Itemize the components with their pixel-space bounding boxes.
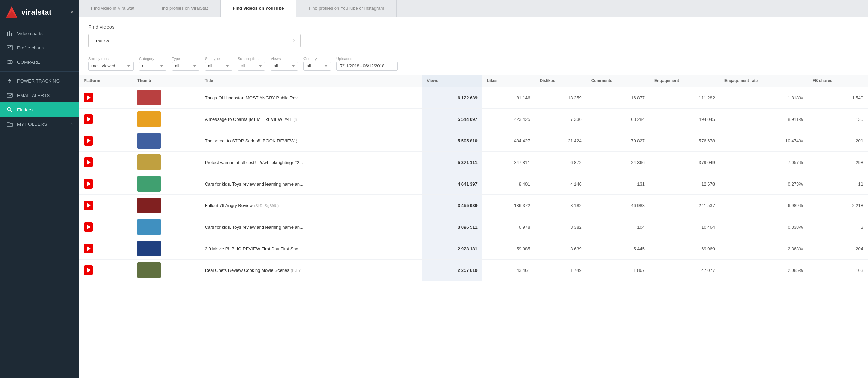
cell-dislikes: 3 382 <box>535 216 586 238</box>
folder-arrow: › <box>71 122 73 126</box>
cell-engagement: 47 077 <box>649 260 720 281</box>
cell-platform <box>79 87 133 109</box>
svg-line-11 <box>11 111 12 112</box>
col-engagement: Engagement <box>649 75 720 87</box>
country-select[interactable]: all <box>303 62 331 71</box>
tab-find-videos-youtube[interactable]: Find videos on YouTube <box>221 0 297 17</box>
tab-bar: Find video in ViralStat Find profiles on… <box>79 0 868 17</box>
subtype-select[interactable]: all <box>205 62 232 71</box>
youtube-icon[interactable] <box>84 201 93 210</box>
views-select[interactable]: all <box>271 62 298 71</box>
thumbnail[interactable] <box>137 198 161 213</box>
results-table-wrap: Platform Thumb Title Views Likes Dislike… <box>79 75 868 378</box>
cell-dislikes: 1 749 <box>535 260 586 281</box>
video-title[interactable]: Real Chefs Review Cooking Movie Scenes (… <box>205 268 303 273</box>
search-label: Find videos <box>88 24 858 30</box>
thumbnail[interactable] <box>137 154 161 170</box>
uploaded-date-input[interactable] <box>336 62 398 71</box>
youtube-icon[interactable] <box>84 222 93 232</box>
cell-dislikes: 13 259 <box>535 87 586 109</box>
video-title[interactable]: Fallout 76 Angry Review (SjrDbSgB9IU) <box>205 203 279 208</box>
youtube-icon[interactable] <box>84 136 93 146</box>
search-input[interactable] <box>92 34 291 47</box>
tab-find-profiles-youtube[interactable]: Find profiles on YouTube or Instagram <box>296 0 397 17</box>
thumbnail[interactable] <box>137 111 161 127</box>
cell-title: Real Chefs Review Cooking Movie Scenes (… <box>200 260 422 281</box>
cell-likes: 347 811 <box>482 152 535 173</box>
cell-engagement: 576 678 <box>649 130 720 152</box>
search-clear-button[interactable]: × <box>291 37 297 45</box>
close-button[interactable]: × <box>70 9 73 15</box>
thumbnail[interactable] <box>137 133 161 149</box>
cell-fb-shares: 3 <box>808 216 868 238</box>
video-title[interactable]: A message to Obama [MEME REVIEW] #41 (6J… <box>205 117 302 122</box>
thumbnail[interactable] <box>137 262 161 278</box>
col-platform: Platform <box>79 75 133 87</box>
sort-select[interactable]: most viewed most liked most commented mo… <box>88 62 134 71</box>
cell-comments: 24 366 <box>586 152 649 173</box>
video-title[interactable]: Cars for kids, Toys review and learning … <box>205 225 303 230</box>
cell-fb-shares: 163 <box>808 260 868 281</box>
col-engagement-rate: Engagement rate <box>720 75 808 87</box>
video-title[interactable]: Protect waman at all cost! - /r/whitekni… <box>205 160 303 165</box>
cell-title: Protect waman at all cost! - /r/whitekni… <box>200 152 422 173</box>
sidebar-item-video-charts[interactable]: Video charts <box>0 26 79 40</box>
cell-platform <box>79 173 133 195</box>
video-title[interactable]: Thugs Of Hindostan MOST ANGRY Public Rev… <box>205 95 302 100</box>
thumbnail[interactable] <box>137 176 161 192</box>
cell-platform <box>79 152 133 173</box>
tab-find-profiles-viralstat[interactable]: Find profiles on ViralStat <box>147 0 220 17</box>
youtube-icon[interactable] <box>84 179 93 189</box>
cell-fb-shares: 11 <box>808 173 868 195</box>
col-fb-shares: FB shares <box>808 75 868 87</box>
results-table: Platform Thumb Title Views Likes Dislike… <box>79 75 868 281</box>
cell-views: 3 096 511 <box>422 216 482 238</box>
video-title[interactable]: Cars for kids, Toys review and learning … <box>205 181 303 187</box>
col-views: Views <box>422 75 482 87</box>
table-row: Real Chefs Review Cooking Movie Scenes (… <box>79 260 868 281</box>
tab-find-video-viralstat[interactable]: Find video in ViralStat <box>79 0 147 17</box>
cell-comments: 46 983 <box>586 195 649 216</box>
cell-fb-shares: 1 540 <box>808 87 868 109</box>
cell-fb-shares: 135 <box>808 109 868 130</box>
cell-views: 5 505 810 <box>422 130 482 152</box>
svg-marker-8 <box>8 78 11 83</box>
sidebar-item-label: Finders <box>17 107 33 112</box>
sidebar-item-profile-charts[interactable]: Profile charts <box>0 40 79 55</box>
youtube-icon[interactable] <box>84 114 93 124</box>
youtube-icon[interactable] <box>84 265 93 275</box>
thumbnail[interactable] <box>137 219 161 235</box>
sidebar-item-power-tracking[interactable]: POWER TRACKING <box>0 74 79 88</box>
table-row: The secret to STOP Series!!! BOOK REVIEW… <box>79 130 868 152</box>
table-row: A message to Obama [MEME REVIEW] #41 (6J… <box>79 109 868 130</box>
cell-comments: 70 827 <box>586 130 649 152</box>
cell-engagement-rate: 2.085% <box>720 260 808 281</box>
cell-engagement-rate: 7.057% <box>720 152 808 173</box>
youtube-icon[interactable] <box>84 244 93 253</box>
table-row: Fallout 76 Angry Review (SjrDbSgB9IU)3 4… <box>79 195 868 216</box>
cell-views: 3 455 989 <box>422 195 482 216</box>
youtube-icon[interactable] <box>84 158 93 167</box>
sidebar-item-my-folders[interactable]: MY FOLDERS › <box>0 117 79 131</box>
sidebar: viralstat × Video charts Profile charts … <box>0 0 79 378</box>
type-select[interactable]: all <box>172 62 199 71</box>
subscriptions-select[interactable]: all <box>238 62 265 71</box>
views-filter-label: Views <box>271 56 298 61</box>
cell-engagement: 12 678 <box>649 173 720 195</box>
sidebar-item-email-alerts[interactable]: EMAIL ALERTS <box>0 88 79 102</box>
cell-comments: 5 445 <box>586 238 649 260</box>
cell-engagement-rate: 0.338% <box>720 216 808 238</box>
cell-thumb <box>133 130 200 152</box>
video-id: (SjrDbSgB9IU) <box>254 204 279 208</box>
sidebar-item-finders[interactable]: Finders <box>0 102 79 117</box>
cell-engagement-rate: 0.273% <box>720 173 808 195</box>
video-title[interactable]: 2.0 Movie PUBLIC REVIEW First Day First … <box>205 246 302 251</box>
table-row: Protect waman at all cost! - /r/whitekni… <box>79 152 868 173</box>
filter-views: Views all <box>271 56 298 71</box>
video-title[interactable]: The secret to STOP Series!!! BOOK REVIEW… <box>205 138 301 143</box>
youtube-icon[interactable] <box>84 93 93 102</box>
category-select[interactable]: all <box>139 62 166 71</box>
sidebar-item-compare[interactable]: COMPARE <box>0 55 79 69</box>
thumbnail[interactable] <box>137 90 161 105</box>
thumbnail[interactable] <box>137 241 161 256</box>
